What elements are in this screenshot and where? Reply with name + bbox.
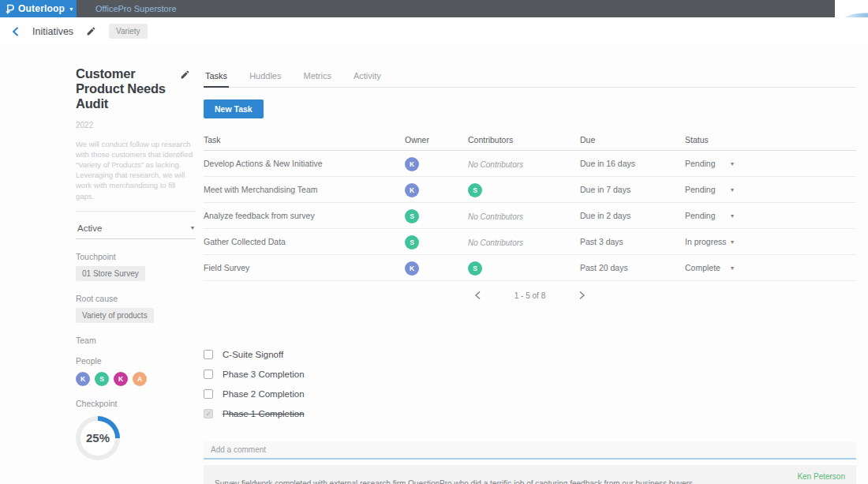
contributors-cell: S: [468, 260, 580, 276]
breadcrumb-bar: Initiatives Variety: [0, 17, 868, 45]
tab-huddles[interactable]: Huddles: [248, 66, 282, 87]
top-bar: Outerloop ▾ OfficePro Superstore: [0, 0, 868, 17]
checklist-item: ✓Phase 1 Completion: [204, 403, 856, 423]
chevron-down-icon: ▾: [731, 212, 734, 219]
status-value: Pending: [685, 211, 731, 220]
prev-page-button[interactable]: [474, 291, 481, 300]
table-row: Gather Collected DataSNo ContributorsPas…: [204, 229, 856, 255]
checkbox-unchecked[interactable]: [204, 370, 213, 379]
avatar-a[interactable]: A: [133, 372, 147, 386]
task-name[interactable]: Develop Actions & New Initiative: [204, 159, 405, 168]
contributors-cell: No Contributors: [468, 208, 580, 223]
contributors-cell: No Contributors: [468, 234, 580, 249]
status-select[interactable]: Active ▾: [76, 218, 196, 239]
tab-bar: TasksHuddlesMetricsActivity: [204, 66, 856, 88]
task-name[interactable]: Meet with Merchandising Team: [204, 185, 405, 194]
checklist-item: C-Suite Signoff: [204, 344, 856, 364]
root-cause-chip: Variety of products: [76, 308, 154, 323]
status-dropdown[interactable]: Pending▾: [685, 159, 856, 168]
comment-card: Survey fieldwork completed with external…: [204, 465, 856, 484]
checklist-item-label: C-Suite Signoff: [223, 350, 283, 359]
status-dropdown[interactable]: Pending▾: [685, 211, 856, 220]
due-cell: Due in 7 days: [580, 185, 685, 194]
status-value: In progress: [685, 237, 731, 246]
contributors-cell: S: [468, 182, 580, 197]
column-due: Due: [580, 135, 685, 144]
edit-title-pencil-icon[interactable]: [180, 69, 190, 83]
back-button[interactable]: [11, 26, 20, 37]
checklist-item: Phase 2 Completion: [204, 384, 856, 403]
initiative-year: 2022: [76, 121, 196, 129]
checkbox-unchecked[interactable]: [204, 389, 213, 399]
milestone-checklist: C-Suite SignoffPhase 3 CompletionPhase 2…: [204, 344, 856, 423]
column-owner: Owner: [405, 135, 468, 144]
chevron-down-icon: ▾: [731, 186, 734, 193]
checkpoint-progress-inner: 25%: [80, 421, 115, 456]
tab-activity[interactable]: Activity: [352, 66, 383, 87]
touchpoint-chip: 01 Store Survey: [76, 266, 145, 281]
checkbox-unchecked[interactable]: [204, 350, 213, 359]
avatar-s[interactable]: S: [468, 183, 482, 197]
checklist-item-label: Phase 1 Completion: [223, 409, 305, 418]
comment-input[interactable]: [204, 441, 856, 460]
status-dropdown[interactable]: Pending▾: [685, 185, 856, 194]
table-body: Develop Actions & New InitiativeKNo Cont…: [204, 151, 856, 281]
avatar-s[interactable]: S: [468, 261, 482, 276]
divider: [76, 211, 196, 212]
no-contributors-label: No Contributors: [468, 212, 523, 221]
initiative-title: Customer Product Needs Audit: [76, 66, 180, 111]
new-task-button[interactable]: New Task: [204, 99, 264, 118]
no-contributors-label: No Contributors: [468, 160, 523, 169]
avatar-k[interactable]: K: [405, 183, 419, 197]
tasks-table: TaskOwnerContributorsDueStatus Develop A…: [204, 129, 856, 281]
breadcrumb-title: Initiatives: [32, 26, 73, 37]
people-avatars: KSKA: [76, 372, 196, 386]
root-cause-label: Root cause: [76, 294, 196, 303]
edit-pencil-icon[interactable]: [86, 26, 96, 36]
avatar-s[interactable]: S: [405, 235, 419, 250]
status-value: Complete: [685, 263, 731, 272]
table-row: Meet with Merchandising TeamKSDue in 7 d…: [204, 177, 856, 203]
owner-cell: S: [405, 208, 468, 223]
avatar-s[interactable]: S: [95, 372, 109, 386]
avatar-s[interactable]: S: [405, 209, 419, 223]
variety-tag: Variety: [109, 24, 147, 39]
status-value: Pending: [685, 185, 731, 194]
tab-tasks[interactable]: Tasks: [204, 66, 229, 88]
pagination: 1 - 5 of 8: [204, 284, 856, 306]
chevron-down-icon: ▾: [191, 224, 194, 231]
outerloop-logo-icon: [6, 4, 14, 14]
status-dropdown[interactable]: In progress▾: [685, 237, 856, 246]
table-row: Field SurveyKSPast 20 daysComplete▾: [204, 255, 856, 281]
workspace-tab[interactable]: OfficePro Superstore: [77, 0, 177, 17]
owner-cell: S: [405, 234, 468, 250]
status-dropdown[interactable]: Complete▾: [685, 263, 856, 272]
table-row: Analyze feedback from surveySNo Contribu…: [204, 203, 856, 229]
touchpoint-label: Touchpoint: [76, 252, 196, 261]
task-name[interactable]: Field Survey: [204, 263, 405, 272]
owner-cell: K: [405, 260, 468, 276]
checkpoint-progress-ring: 25%: [76, 416, 120, 460]
avatar-k[interactable]: K: [114, 372, 128, 386]
status-value: Pending: [685, 159, 731, 168]
pagination-label: 1 - 5 of 8: [514, 291, 545, 300]
next-page-button[interactable]: [578, 291, 586, 300]
app-menu[interactable]: Outerloop ▾: [0, 0, 77, 17]
chevron-down-icon: ▾: [731, 265, 734, 272]
main-panel: TasksHuddlesMetricsActivity New Task Tas…: [204, 66, 856, 484]
chevron-down-icon: ▾: [731, 238, 734, 246]
checkpoint-label: Checkpoint: [76, 399, 196, 408]
avatar-k[interactable]: K: [405, 261, 419, 276]
contributors-cell: No Contributors: [468, 156, 580, 171]
avatar-k[interactable]: K: [405, 157, 419, 171]
avatar-k[interactable]: K: [76, 372, 90, 386]
people-label: People: [76, 356, 196, 366]
comment-text: Survey fieldwork completed with external…: [215, 479, 695, 484]
checkbox-checked[interactable]: ✓: [204, 409, 213, 418]
comment-meta: Ken Peterson1 hour ago: [797, 471, 845, 484]
task-name[interactable]: Gather Collected Data: [204, 237, 405, 246]
tab-metrics[interactable]: Metrics: [301, 66, 332, 87]
checklist-item: Phase 3 Completion: [204, 364, 856, 384]
checklist-item-label: Phase 2 Completion: [223, 389, 305, 399]
task-name[interactable]: Analyze feedback from survey: [204, 211, 405, 220]
